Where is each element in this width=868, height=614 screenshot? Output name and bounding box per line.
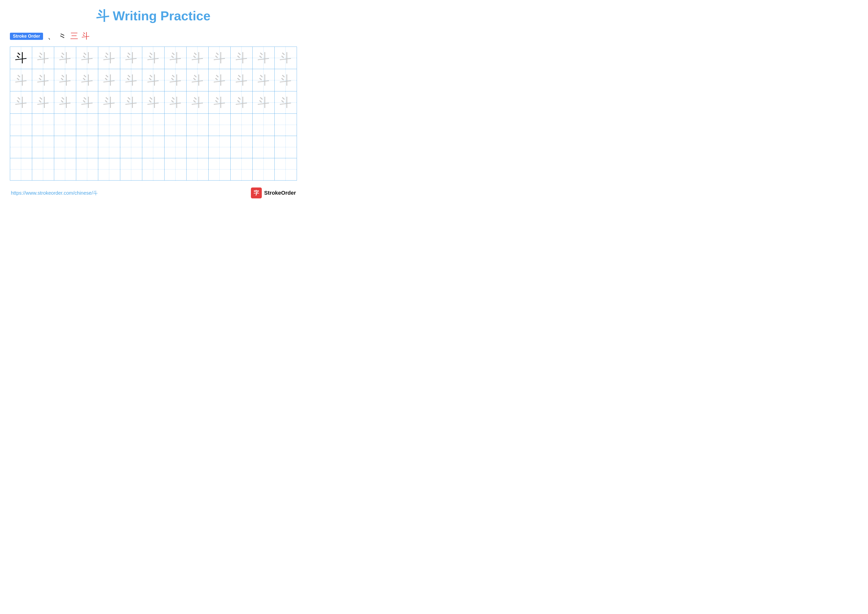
grid-cell[interactable] [10,136,32,158]
grid-row-3: 斗 斗 斗 斗 斗 斗 斗 斗 斗 斗 斗 斗 斗 [10,92,297,114]
grid-cell[interactable] [164,136,186,158]
grid-cell[interactable] [76,158,98,180]
stroke-chars: 、 ⺀ 三 斗 [48,31,90,42]
grid-cell[interactable] [10,114,32,136]
grid-cell[interactable] [231,158,253,180]
grid-cell[interactable] [142,158,164,180]
grid-cell[interactable] [274,114,297,136]
grid-cell[interactable]: 斗 [209,92,231,113]
grid-cell[interactable]: 斗 [231,47,253,69]
grid-cell[interactable] [164,158,186,180]
grid-cell[interactable]: 斗 [98,92,120,113]
char-dark: 斗 [15,52,27,64]
grid-cell[interactable] [253,158,274,180]
grid-cell[interactable] [209,114,231,136]
grid-row-2: 斗 斗 斗 斗 斗 斗 斗 斗 斗 斗 斗 斗 斗 [10,69,297,92]
title-area: 斗 Writing Practice [10,8,297,25]
grid-cell[interactable] [142,136,164,158]
grid-cell[interactable]: 斗 [98,47,120,69]
grid-cell[interactable]: 斗 [120,47,142,69]
grid-cell[interactable]: 斗 [32,92,54,113]
grid-cell[interactable] [253,114,274,136]
stroke-order-badge: Stroke Order [10,33,43,40]
grid-cell[interactable] [186,136,209,158]
grid-cell[interactable]: 斗 [164,47,186,69]
grid-cell[interactable]: 斗 [186,92,209,113]
stroke-2: ⺀ [59,31,67,42]
grid-cell[interactable]: 斗 [209,69,231,91]
grid-row-1: 斗 斗 斗 斗 斗 斗 斗 斗 斗 斗 斗 斗 斗 [10,47,297,69]
grid-cell[interactable]: 斗 [274,92,297,113]
grid-cell[interactable] [253,136,274,158]
grid-cell[interactable]: 斗 [142,92,164,113]
grid-cell[interactable] [32,158,54,180]
grid-cell[interactable]: 斗 [54,47,76,69]
grid-cell[interactable]: 斗 [54,92,76,113]
grid-cell[interactable] [54,158,76,180]
grid-cell[interactable]: 斗 [10,47,32,69]
grid-cell[interactable] [274,136,297,158]
grid-cell[interactable]: 斗 [98,69,120,91]
grid-cell[interactable] [209,136,231,158]
stroke-3: 三 [70,31,78,42]
grid-cell[interactable] [98,136,120,158]
footer-brand: 字 StrokeOrder [251,188,296,198]
grid-row-6 [10,158,297,180]
grid-cell[interactable] [98,158,120,180]
grid-cell[interactable] [54,114,76,136]
title-char: 斗 [96,9,109,23]
grid-cell[interactable] [274,158,297,180]
grid-cell[interactable]: 斗 [209,47,231,69]
grid-cell[interactable] [98,114,120,136]
grid-cell[interactable]: 斗 [164,92,186,113]
grid-cell[interactable] [54,136,76,158]
grid-cell[interactable] [186,158,209,180]
grid-cell[interactable]: 斗 [231,92,253,113]
grid-cell[interactable] [231,136,253,158]
grid-cell[interactable]: 斗 [142,47,164,69]
grid-cell[interactable]: 斗 [253,92,274,113]
grid-cell[interactable]: 斗 [10,69,32,91]
grid-cell[interactable] [142,114,164,136]
grid-cell[interactable] [231,114,253,136]
stroke-1: 、 [48,31,56,42]
grid-row-4 [10,114,297,136]
grid-cell[interactable]: 斗 [253,69,274,91]
grid-cell[interactable]: 斗 [76,69,98,91]
brand-name: StrokeOrder [264,190,296,196]
footer-url: https://www.strokeorder.com/chinese/斗 [11,190,98,196]
grid-cell[interactable] [186,114,209,136]
grid-row-5 [10,136,297,158]
grid-cell[interactable] [209,158,231,180]
grid-cell[interactable]: 斗 [32,47,54,69]
stroke-4: 斗 [82,31,90,42]
footer: https://www.strokeorder.com/chinese/斗 字 … [10,188,297,198]
grid-cell[interactable] [76,114,98,136]
grid-cell[interactable]: 斗 [142,69,164,91]
stroke-order-row: Stroke Order 、 ⺀ 三 斗 [10,31,297,42]
grid-cell[interactable]: 斗 [120,92,142,113]
grid-cell[interactable] [120,158,142,180]
grid-cell[interactable]: 斗 [186,69,209,91]
grid-cell[interactable]: 斗 [54,69,76,91]
grid-cell[interactable]: 斗 [76,92,98,113]
grid-cell[interactable]: 斗 [186,47,209,69]
grid-cell[interactable]: 斗 [274,47,297,69]
grid-cell[interactable] [120,114,142,136]
grid-cell[interactable]: 斗 [231,69,253,91]
grid-cell[interactable]: 斗 [253,47,274,69]
grid-cell[interactable]: 斗 [164,69,186,91]
grid-cell[interactable]: 斗 [274,69,297,91]
grid-cell[interactable]: 斗 [120,69,142,91]
grid-cell[interactable] [32,114,54,136]
grid-cell[interactable]: 斗 [32,69,54,91]
grid-cell[interactable] [32,136,54,158]
grid-cell[interactable] [10,158,32,180]
grid-cell[interactable]: 斗 [76,47,98,69]
brand-icon: 字 [251,188,262,198]
grid-cell[interactable] [76,136,98,158]
grid-cell[interactable]: 斗 [10,92,32,113]
title-text: Writing Practice [113,9,211,23]
grid-cell[interactable] [120,136,142,158]
grid-cell[interactable] [164,114,186,136]
